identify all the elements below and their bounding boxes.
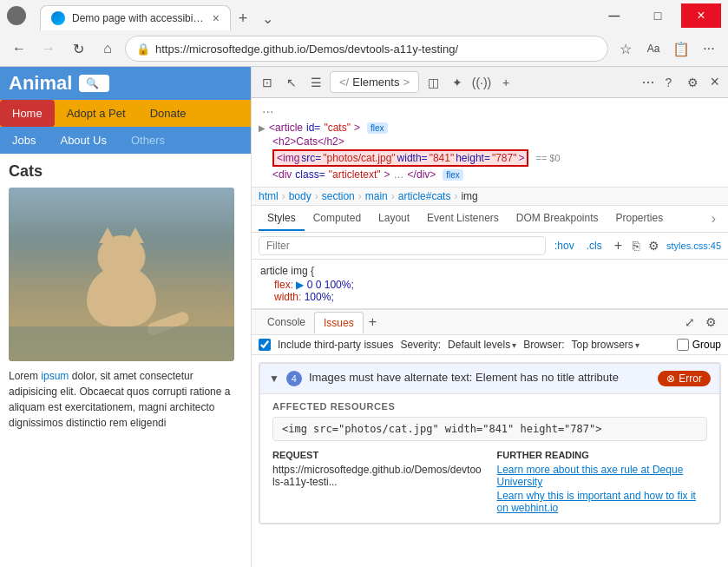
dom-attr-class-div: class=: [295, 168, 325, 181]
dom-tree: ··· ▶ <article id= "cats" > flex <h2>Cat…: [252, 98, 728, 188]
devtools-add-icon[interactable]: +: [495, 72, 516, 93]
css-rules: article img { flex: ▶ 0 0 100%; width: 1…: [252, 260, 728, 309]
tab-layout[interactable]: Layout: [370, 207, 418, 231]
issue-col-request: REQUEST https://microsoftedge.github.io/…: [272, 450, 483, 516]
breadcrumb-body[interactable]: body: [289, 190, 312, 202]
dom-line-ellipsis: ···: [259, 103, 721, 121]
filter-plus-button[interactable]: +: [611, 236, 626, 255]
favorites-icon[interactable]: ☆: [613, 36, 638, 61]
filter-settings-button[interactable]: ⚙: [646, 237, 661, 254]
devtools-settings-button[interactable]: ⚙: [682, 72, 703, 93]
filter-input[interactable]: [259, 236, 546, 255]
filter-hov-button[interactable]: :hov: [551, 238, 578, 254]
devtools-close-button[interactable]: ×: [706, 69, 723, 95]
issue-details: AFFECTED RESOURCES <img src="photos/cat.…: [260, 393, 719, 523]
dom-line-div[interactable]: <div class="articletext" > … </div> flex: [259, 168, 721, 181]
console-tabs: Console Issues + ⤢ ⚙: [252, 309, 728, 335]
tab-dropdown-button[interactable]: ⌄: [255, 6, 279, 30]
nav-adopt[interactable]: Adopt a Pet: [55, 100, 138, 127]
tab-title: Demo page with accessibility iss...: [72, 12, 206, 24]
cat-image-inner: [9, 188, 234, 361]
title-bar-left: [7, 6, 26, 25]
dom-line-img[interactable]: <img src="photos/cat.jpg" width="841" he…: [259, 148, 721, 168]
breadcrumb-main[interactable]: main: [365, 190, 388, 202]
refresh-button[interactable]: ↻: [66, 36, 90, 61]
devtools-performance-icon[interactable]: ✦: [447, 72, 468, 93]
severity-dropdown[interactable]: Default levels ▾: [448, 339, 516, 351]
back-button[interactable]: ←: [7, 36, 31, 61]
tab-issues[interactable]: Issues: [314, 312, 364, 333]
nav-about[interactable]: About Us: [48, 130, 118, 150]
tab-properties[interactable]: Properties: [607, 207, 672, 231]
css-prop-width: width: 100%;: [260, 291, 719, 303]
dom-triangle-article: ▶: [259, 123, 266, 133]
close-button[interactable]: ×: [681, 3, 721, 28]
title-bar: Demo page with accessibility iss... × + …: [0, 0, 728, 31]
breadcrumb-section[interactable]: section: [322, 190, 355, 202]
further-link-2[interactable]: Learn why this is important and how to f…: [497, 490, 708, 514]
tab-close-button[interactable]: ×: [213, 11, 220, 25]
forward-button[interactable]: →: [36, 36, 61, 61]
dom-line-article[interactable]: ▶ <article id= "cats" > flex: [259, 121, 721, 135]
dom-line-h2[interactable]: <h2>Cats</h2>: [259, 135, 721, 148]
settings-icon[interactable]: ···: [697, 36, 721, 61]
third-party-checkbox[interactable]: [259, 339, 271, 351]
dom-attr-id: id=: [306, 122, 320, 134]
new-tab-button[interactable]: +: [231, 6, 255, 30]
collections-icon[interactable]: 📋: [669, 36, 693, 61]
devtools-more-button[interactable]: ···: [641, 73, 654, 91]
nav-bar: ← → ↻ ⌂ 🔒 https://microsoftedge.github.i…: [0, 31, 728, 66]
home-button[interactable]: ⌂: [95, 36, 120, 61]
nav-home[interactable]: Home: [0, 100, 55, 127]
devtools-elements-tab[interactable]: </ Elements >: [330, 71, 419, 93]
console-settings-icon[interactable]: ⚙: [700, 312, 721, 333]
devtools-topbar: ⊡ ↖ ☰ </ Elements > ◫ ✦ ((·)) + ··· ? ⚙ …: [252, 67, 728, 98]
further-link-1[interactable]: Learn more about this axe rule at Deque …: [497, 464, 708, 488]
devtools-wifi-icon[interactable]: ((·)): [471, 72, 492, 93]
dom-tag-close: >: [354, 122, 360, 134]
window-controls: ─ □ ×: [594, 3, 721, 28]
tab-styles[interactable]: Styles: [259, 207, 305, 231]
browser-dropdown[interactable]: Top browsers ▾: [571, 339, 639, 351]
filter-copy-button[interactable]: ⎘: [631, 237, 641, 254]
devtools-pointer-icon[interactable]: ↖: [281, 72, 302, 93]
group-checkbox[interactable]: [677, 339, 689, 351]
devtools-inspect-icon[interactable]: ⊡: [257, 72, 278, 93]
address-bar[interactable]: 🔒 https://microsoftedge.github.io/Demos/…: [125, 36, 608, 62]
devtools-network-icon[interactable]: ◫: [423, 72, 443, 93]
tab-dom-breakpoints[interactable]: DOM Breakpoints: [508, 207, 607, 231]
tab-event-listeners[interactable]: Event Listeners: [418, 207, 508, 231]
cat-image: [9, 188, 234, 361]
request-label: REQUEST: [272, 450, 483, 460]
site-search[interactable]: 🔍: [79, 75, 109, 92]
dom-tag-h2: <h2>Cats</h2>: [272, 135, 344, 148]
tab-computed[interactable]: Computed: [305, 207, 370, 231]
issue-header[interactable]: ▼ 4 Images must have alternate text: Ele…: [260, 364, 719, 393]
dom-attr-src: src=: [301, 152, 321, 164]
main-split: Animal 🔍 Home Adopt a Pet Donate Jobs Ab…: [0, 67, 728, 567]
nav-donate[interactable]: Donate: [138, 100, 199, 127]
filter-cls-button[interactable]: .cls: [583, 238, 606, 254]
breadcrumb-img[interactable]: img: [461, 190, 477, 202]
browser-chrome: Demo page with accessibility iss... × + …: [0, 0, 728, 67]
styles-tab-more-arrow[interactable]: ›: [706, 206, 721, 232]
tab-console[interactable]: Console: [259, 312, 314, 333]
breadcrumb-article[interactable]: article#cats: [398, 190, 451, 202]
read-aloud-icon[interactable]: Aa: [641, 36, 666, 61]
css-source-link[interactable]: styles.css:45: [666, 241, 721, 251]
active-tab[interactable]: Demo page with accessibility iss... ×: [40, 5, 231, 30]
maximize-button[interactable]: □: [638, 3, 678, 28]
issue-expand-triangle[interactable]: ▼: [269, 373, 279, 385]
nav-others[interactable]: Others: [119, 130, 177, 150]
breadcrumb-html[interactable]: html: [259, 190, 279, 202]
minimize-button[interactable]: ─: [594, 3, 634, 28]
devtools-console-icon[interactable]: ☰: [305, 72, 326, 93]
nav-row2: Jobs About Us Others: [0, 127, 251, 154]
console-expand-icon[interactable]: ⤢: [679, 312, 700, 333]
add-panel-button[interactable]: +: [364, 310, 382, 334]
nav-jobs[interactable]: Jobs: [0, 130, 48, 150]
styles-tabs: Styles Computed Layout Event Listeners D…: [252, 206, 728, 233]
devtools-help-button[interactable]: ?: [658, 72, 679, 93]
page-body-text: Lorem ipsum dolor, sit amet consectetur …: [9, 368, 242, 431]
search-icon: 🔍: [86, 77, 99, 89]
